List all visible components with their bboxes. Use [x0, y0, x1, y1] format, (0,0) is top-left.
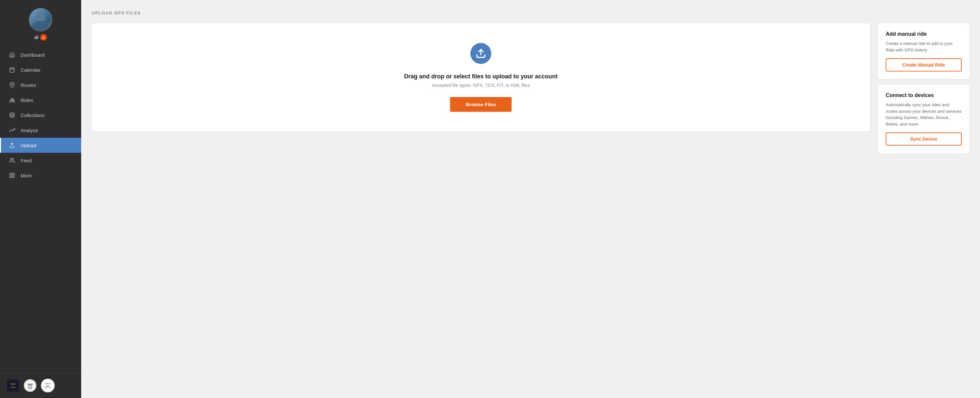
sidebar-item-dashboard-label: Dashboard	[21, 52, 45, 58]
create-manual-ride-button[interactable]: Create Manual Ride	[886, 58, 962, 72]
home-icon	[9, 51, 15, 58]
sidebar-item-analyze[interactable]: Analyze	[0, 123, 81, 138]
sidebar-item-routes[interactable]: Routes	[0, 77, 81, 93]
sidebar-footer: PDX etera OMTM urban dirt	[0, 373, 81, 398]
svg-rect-13	[13, 176, 14, 178]
strava-badge: ▲	[40, 34, 47, 41]
username-row: al ▲	[34, 34, 47, 41]
connect-devices-desc: Automatically sync your rides and routes…	[886, 102, 962, 127]
sidebar-item-rides-label: Rides	[21, 98, 33, 103]
sidebar-item-dashboard[interactable]: Dashboard	[0, 47, 81, 62]
pdxetera-logo[interactable]: PDX etera	[6, 379, 20, 392]
svg-rect-0	[10, 68, 14, 72]
sidebar-item-collections[interactable]: Collections	[0, 107, 81, 123]
sidebar-item-upload-label: Upload	[21, 142, 37, 148]
upload-main-text: Drag and drop or select files to upload …	[404, 73, 557, 80]
calendar-icon	[9, 67, 15, 73]
browse-files-button[interactable]: Browse Files	[450, 97, 512, 112]
urbandirt-logo[interactable]: urban dirt	[41, 378, 55, 393]
content-row: Drag and drop or select files to upload …	[92, 23, 969, 153]
sidebar: al ▲ Dashboard	[0, 0, 81, 398]
svg-rect-14	[8, 380, 18, 391]
sidebar-item-collections-label: Collections	[21, 112, 45, 118]
connect-devices-title: Connect to devices	[886, 93, 962, 98]
upload-icon-circle	[470, 43, 491, 64]
sidebar-item-rides[interactable]: Rides	[0, 93, 81, 107]
upload-dropzone[interactable]: Drag and drop or select files to upload …	[92, 23, 870, 131]
sidebar-item-calendar[interactable]: Calendar	[0, 62, 81, 77]
svg-marker-7	[10, 113, 15, 115]
bike-icon	[9, 97, 15, 103]
sidebar-item-analyze-label: Analyze	[21, 128, 38, 133]
upload-icon	[9, 142, 15, 149]
sidebar-item-calendar-label: Calendar	[21, 67, 41, 73]
svg-point-9	[11, 158, 13, 160]
sidebar-item-feed-label: Feed	[21, 158, 32, 163]
svg-rect-10	[10, 173, 11, 175]
svg-point-4	[11, 84, 13, 85]
manual-ride-card: Add manual ride Create a manual ride to …	[878, 23, 969, 79]
avatar[interactable]	[29, 8, 52, 32]
manual-ride-desc: Create a manual ride to add to your Ride…	[886, 40, 962, 53]
right-panel: Add manual ride Create a manual ride to …	[878, 23, 969, 153]
trending-up-icon	[9, 127, 15, 133]
svg-text:urban: urban	[45, 383, 50, 385]
main-nav: Dashboard Calendar Routes	[0, 47, 81, 373]
svg-rect-12	[10, 176, 11, 178]
users-icon	[9, 157, 15, 164]
svg-text:etera: etera	[11, 386, 16, 388]
connect-devices-card: Connect to devices Automatically sync yo…	[878, 85, 969, 153]
upload-arrow-icon	[476, 48, 486, 59]
svg-point-6	[13, 101, 14, 102]
sidebar-item-upload[interactable]: Upload	[0, 138, 81, 153]
upload-sub-text: Accepted file types: GPX, TCX, FIT, or K…	[432, 83, 530, 88]
svg-point-5	[10, 101, 11, 102]
sidebar-item-routes-label: Routes	[21, 82, 37, 88]
svg-rect-11	[13, 173, 14, 175]
omtm-logo[interactable]: OMTM	[24, 379, 37, 392]
username-label: al	[34, 34, 38, 40]
profile-section: al ▲	[0, 0, 81, 47]
sync-device-button[interactable]: Sync Device	[886, 133, 962, 145]
layers-icon	[9, 112, 15, 118]
sidebar-item-more[interactable]: More	[0, 168, 81, 183]
grid-icon	[9, 172, 15, 179]
sidebar-item-more-label: More	[21, 173, 32, 178]
pin-icon	[9, 82, 15, 88]
main-content: UPLOAD GPS FILES Drag and drop or select…	[81, 0, 980, 398]
manual-ride-title: Add manual ride	[886, 31, 962, 37]
page-title: UPLOAD GPS FILES	[92, 11, 969, 15]
sidebar-item-feed[interactable]: Feed	[0, 153, 81, 168]
svg-text:PDX: PDX	[11, 383, 16, 385]
